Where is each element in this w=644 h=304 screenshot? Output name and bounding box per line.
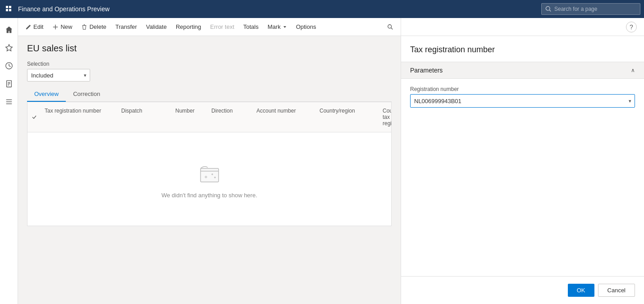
- svg-line-23: [391, 27, 393, 29]
- registration-number-select[interactable]: NL006999943B01: [410, 94, 635, 108]
- svg-rect-3: [9, 9, 11, 11]
- col-account: Account number: [253, 106, 316, 128]
- validate-button[interactable]: Validate: [142, 22, 170, 32]
- new-button[interactable]: New: [49, 22, 76, 32]
- left-sidebar: [0, 18, 18, 304]
- panel-footer: OK Cancel: [401, 276, 644, 304]
- panel-body: Registration number NL006999943B01: [401, 79, 644, 122]
- tabs: Overview Correction: [27, 87, 392, 102]
- transfer-button[interactable]: Transfer: [112, 22, 141, 32]
- empty-state: We didn't find anything to show here.: [27, 132, 391, 226]
- selection-label: Selection: [27, 61, 392, 67]
- top-nav-bar: Finance and Operations Preview: [0, 0, 644, 18]
- mark-button[interactable]: Mark: [264, 22, 291, 32]
- totals-button[interactable]: Totals: [240, 22, 262, 32]
- svg-rect-2: [6, 9, 8, 11]
- col-dispatch: Dispatch: [118, 106, 172, 128]
- new-icon: [52, 24, 59, 30]
- ok-button[interactable]: OK: [568, 284, 594, 297]
- search-input[interactable]: [554, 6, 626, 12]
- section-chevron-icon: ∧: [631, 67, 635, 73]
- cancel-button[interactable]: Cancel: [598, 284, 635, 297]
- col-counterparty: Counterparty tax registration: [379, 106, 392, 128]
- selection-select[interactable]: Included Excluded All: [27, 69, 90, 82]
- panel-header-bar: ?: [401, 18, 644, 36]
- tab-overview[interactable]: Overview: [27, 87, 66, 102]
- col-direction: Direction: [208, 106, 253, 128]
- svg-point-22: [388, 24, 392, 28]
- sidebar-item-recent[interactable]: [1, 58, 17, 74]
- grid-menu-icon[interactable]: [4, 4, 14, 14]
- svg-rect-24: [201, 168, 219, 182]
- right-panel: ? Tax registration number Parameters ∧ R…: [401, 18, 644, 304]
- selection-select-wrapper: Included Excluded All: [27, 69, 90, 82]
- sidebar-item-document[interactable]: [1, 76, 17, 92]
- main-layout: Edit New Delete Transfer: [0, 18, 644, 304]
- col-tax-reg: Tax registration number: [41, 106, 118, 128]
- registration-number-select-wrapper: NL006999943B01: [410, 94, 635, 108]
- selection-row: Selection Included Excluded All: [27, 61, 392, 82]
- page-content: EU sales list Selection Included Exclude…: [18, 36, 401, 304]
- col-check: [27, 106, 41, 128]
- search-icon: [545, 6, 552, 12]
- content-area: Edit New Delete Transfer: [18, 18, 401, 304]
- table-area: Tax registration number Dispatch Number …: [27, 102, 392, 226]
- parameters-section-header[interactable]: Parameters ∧: [401, 62, 644, 79]
- error-text-button[interactable]: Error text: [206, 22, 238, 32]
- sidebar-item-favorites[interactable]: [1, 40, 17, 56]
- sidebar-item-list[interactable]: [1, 94, 17, 110]
- mark-chevron-icon: [283, 25, 287, 29]
- registration-number-field: Registration number NL006999943B01: [410, 86, 635, 108]
- edit-button[interactable]: Edit: [22, 22, 47, 32]
- svg-point-4: [546, 6, 550, 10]
- svg-marker-6: [5, 45, 12, 51]
- delete-button[interactable]: Delete: [78, 22, 110, 32]
- registration-number-label: Registration number: [410, 86, 635, 92]
- search-button[interactable]: [384, 22, 397, 32]
- options-button[interactable]: Options: [292, 22, 320, 32]
- parameters-section-title: Parameters: [410, 67, 443, 74]
- help-button[interactable]: ?: [626, 22, 637, 32]
- svg-rect-1: [9, 6, 11, 8]
- empty-state-icon: [196, 159, 223, 186]
- edit-icon: [25, 24, 32, 30]
- page-title: EU sales list: [27, 43, 392, 54]
- col-number: Number: [172, 106, 208, 128]
- app-title: Finance and Operations Preview: [18, 5, 538, 13]
- search-cmd-icon: [387, 24, 393, 30]
- svg-marker-21: [283, 26, 286, 28]
- delete-icon: [81, 24, 87, 30]
- col-country: Country/region: [316, 106, 379, 128]
- reporting-button[interactable]: Reporting: [172, 22, 205, 32]
- sidebar-item-home[interactable]: [1, 22, 17, 38]
- command-bar: Edit New Delete Transfer: [18, 18, 401, 36]
- svg-line-5: [549, 10, 551, 11]
- svg-rect-0: [6, 6, 8, 8]
- search-bar[interactable]: [541, 3, 640, 15]
- empty-state-text: We didn't find anything to show here.: [161, 192, 257, 199]
- panel-title: Tax registration number: [401, 36, 644, 62]
- tab-correction[interactable]: Correction: [66, 87, 107, 102]
- table-header: Tax registration number Dispatch Number …: [27, 102, 391, 132]
